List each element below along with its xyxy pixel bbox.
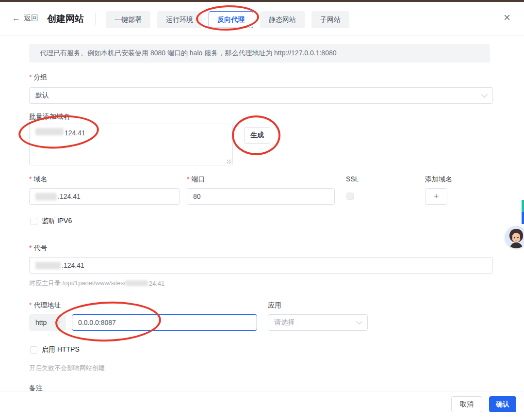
proxy-address-input[interactable]: 0.0.0.0:8087	[72, 314, 257, 331]
mode-tabs: 一键部署 运行环境 反向代理 静态网站 子网站	[106, 11, 349, 28]
ssl-checkbox[interactable]	[346, 193, 354, 200]
ipv6-checkbox-row: 监听 IPV6	[30, 217, 72, 226]
back-label: 返回	[24, 14, 38, 23]
ipv6-checkbox[interactable]	[30, 218, 37, 225]
codename-input[interactable]: .124.41	[29, 257, 493, 274]
tab-runtime-environment[interactable]: 运行环境	[157, 11, 202, 28]
create-website-dialog: ← 返回 创建网站 一键部署 运行环境 反向代理 静态网站 子网站 × 代理已有…	[0, 0, 524, 420]
chevron-down-icon	[356, 318, 362, 324]
back-button[interactable]: ← 返回	[12, 14, 38, 23]
batch-domains-value: 124.41	[65, 129, 85, 137]
redacted-text	[35, 193, 57, 200]
group-label: 分组	[29, 73, 47, 82]
tab-one-click-deploy[interactable]: 一键部署	[106, 11, 150, 28]
https-helper: 开启失败不会影响网站创建	[29, 364, 105, 372]
ipv6-label: 监听 IPV6	[42, 217, 72, 226]
protocol-value: http	[35, 319, 47, 326]
redacted-text	[126, 280, 148, 286]
domain-input[interactable]: .124.41	[29, 188, 180, 205]
info-banner: 代理已有服务。例如本机已安装使用 8080 端口的 halo 服务，那么代理地址…	[29, 44, 490, 63]
remark-label: 备注	[29, 384, 43, 391]
edge-bar-teal-segment	[522, 200, 524, 212]
port-value: 80	[193, 193, 201, 200]
chevron-down-icon	[54, 318, 61, 324]
dialog-footer: 取消 确认	[0, 391, 524, 420]
edge-bar-blue-segment	[522, 212, 524, 224]
group-select-value: 默认	[35, 91, 49, 100]
dialog-header: ← 返回 创建网站 一键部署 运行环境 反向代理 静态网站 子网站 ×	[0, 2, 524, 36]
application-label: 应用	[268, 301, 281, 310]
protocol-select[interactable]: http	[29, 314, 66, 331]
https-label: 启用 HTTPS	[42, 345, 80, 354]
codename-helper-suffix: 24.41	[149, 280, 165, 287]
header-divider	[40, 13, 40, 25]
form-content: 代理已有服务。例如本机已安装使用 8080 端口的 halo 服务，那么代理地址…	[0, 36, 524, 391]
codename-helper: 对应主目录:/opt/1panel/www/sites/24.41	[29, 279, 164, 288]
add-domain-button[interactable]: +	[425, 188, 447, 205]
page-title: 创建网站	[47, 13, 84, 25]
domain-label: 域名	[29, 175, 47, 184]
group-select[interactable]: 默认	[29, 87, 493, 104]
codename-helper-prefix: 对应主目录:/opt/1panel/www/sites/	[29, 279, 126, 288]
tab-reverse-proxy[interactable]: 反向代理	[209, 11, 253, 28]
chevron-down-icon	[481, 91, 488, 97]
add-domain-label: 添加域名	[425, 175, 452, 184]
assistant-avatar[interactable]	[505, 226, 524, 248]
proxy-address-label: 代理地址	[29, 301, 61, 310]
back-arrow-icon: ←	[12, 14, 20, 22]
proxy-address-value: 0.0.0.0:8087	[78, 319, 116, 326]
avatar-icon	[505, 226, 524, 248]
batch-domains-label: 批量添加域名	[29, 113, 70, 121]
codename-label: 代号	[29, 244, 47, 253]
tab-sub-website[interactable]: 子网站	[311, 11, 349, 28]
edge-color-bar	[522, 200, 524, 224]
port-input[interactable]: 80	[187, 188, 335, 205]
cancel-button[interactable]: 取消	[451, 396, 482, 412]
codename-value: .124.41	[62, 261, 84, 269]
close-icon[interactable]: ×	[504, 12, 510, 23]
redacted-text	[35, 128, 64, 135]
https-checkbox[interactable]	[30, 346, 37, 354]
batch-domains-textarea[interactable]: 124.41	[29, 124, 233, 165]
tab-static-website[interactable]: 静态网站	[260, 11, 305, 28]
confirm-button[interactable]: 确认	[489, 396, 516, 412]
port-label: 端口	[187, 175, 205, 184]
redacted-text	[35, 262, 61, 269]
https-checkbox-row: 启用 HTTPS	[30, 345, 80, 354]
domain-value: .124.41	[58, 193, 81, 200]
application-select[interactable]: 请选择	[268, 314, 368, 331]
header-divider	[95, 13, 96, 25]
generate-button[interactable]: 生成	[244, 127, 270, 144]
application-placeholder: 请选择	[274, 318, 295, 327]
resize-handle[interactable]	[227, 160, 231, 164]
ssl-label: SSL	[346, 175, 359, 183]
